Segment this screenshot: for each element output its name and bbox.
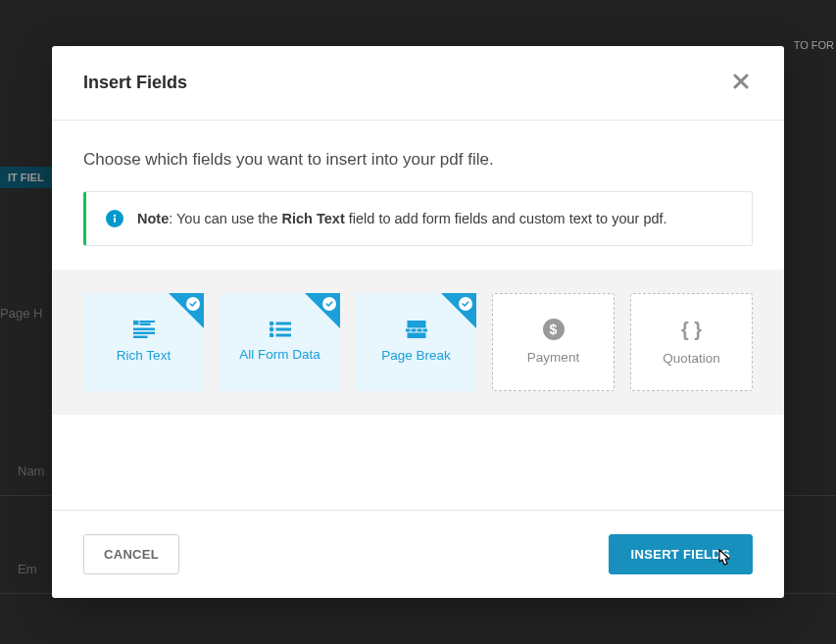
svg-rect-3 [140, 321, 155, 322]
modal-title: Insert Fields [83, 73, 187, 93]
field-card-page-break[interactable]: Page Break [356, 293, 476, 391]
svg-rect-19 [408, 333, 425, 338]
field-card-rich-text[interactable]: Rich Text [83, 293, 204, 391]
svg-rect-14 [408, 321, 425, 327]
svg-rect-6 [133, 332, 155, 334]
svg-rect-5 [133, 328, 155, 330]
cancel-button[interactable]: CANCEL [83, 534, 179, 574]
modal-header: Insert Fields [52, 46, 784, 121]
svg-rect-9 [276, 322, 291, 324]
check-icon [322, 297, 336, 311]
note-bold: Rich Text [282, 211, 345, 226]
modal-body: Choose which fields you want to insert i… [52, 121, 784, 510]
svg-rect-18 [423, 329, 427, 331]
svg-rect-1 [114, 218, 116, 223]
svg-rect-13 [276, 334, 291, 336]
info-icon [106, 210, 123, 227]
svg-point-8 [270, 322, 273, 325]
instructions-text: Choose which fields you want to insert i… [52, 121, 784, 191]
field-label: Page Break [381, 348, 451, 363]
svg-rect-15 [406, 329, 410, 331]
close-icon [733, 74, 749, 92]
svg-point-0 [114, 215, 116, 217]
svg-point-10 [270, 327, 273, 331]
note-box: Note: You can use the Rich Text field to… [83, 191, 753, 246]
field-label: All Form Data [239, 347, 320, 362]
check-icon [186, 297, 200, 311]
svg-rect-11 [276, 328, 291, 330]
dollar-icon: $ [543, 319, 565, 340]
svg-point-12 [270, 333, 273, 337]
note-before: : You can use the [169, 211, 281, 226]
selected-corner [441, 293, 476, 328]
insert-fields-modal: Insert Fields Choose which fields you wa… [52, 46, 784, 598]
list-icon [270, 322, 291, 337]
svg-rect-2 [133, 321, 138, 324]
note-after: field to add form fields and custom text… [345, 211, 667, 226]
field-label: Rich Text [117, 348, 171, 363]
note-prefix: Note [137, 211, 169, 226]
fields-row: Rich Text All Form Data [52, 270, 784, 415]
braces-icon: { } [681, 319, 702, 341]
check-icon [459, 297, 472, 311]
field-label: Quotation [663, 351, 720, 366]
selected-corner [305, 293, 340, 328]
close-button[interactable] [729, 70, 753, 96]
svg-rect-16 [412, 329, 416, 331]
note-text: Note: You can use the Rich Text field to… [137, 211, 667, 226]
field-card-payment[interactable]: $ Payment [492, 293, 615, 391]
field-label: Payment [527, 350, 579, 365]
field-card-quotation[interactable]: { } Quotation [630, 293, 753, 391]
selected-corner [169, 293, 204, 328]
rich-text-icon [133, 321, 155, 338]
field-card-all-form-data[interactable]: All Form Data [220, 293, 340, 391]
svg-rect-7 [133, 336, 147, 338]
svg-rect-4 [140, 323, 150, 325]
svg-rect-17 [418, 329, 421, 331]
insert-fields-button[interactable]: INSERT FIELDS [609, 534, 753, 574]
modal-footer: CANCEL INSERT FIELDS [52, 510, 784, 598]
page-break-icon [406, 321, 427, 338]
